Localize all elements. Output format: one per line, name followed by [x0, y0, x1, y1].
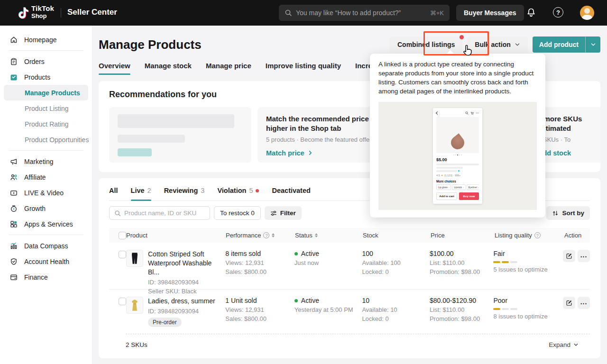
product-photo [436, 117, 479, 153]
help-icon[interactable]: ? [553, 7, 563, 18]
product-image [126, 297, 143, 314]
recommendation-meta: 5 SKUs · To [538, 136, 600, 143]
tab-manage-stock[interactable]: Manage stock [145, 62, 192, 75]
sidebar-item-product-listing[interactable]: Product Listing [0, 100, 92, 116]
product-id: ID: 398482093094 [148, 279, 220, 286]
stock-available: Available: 100 [362, 259, 430, 266]
filter-sliders-icon [270, 210, 277, 217]
edit-icon [566, 253, 572, 259]
sidebar-item-marketing[interactable]: Marketing [0, 154, 92, 169]
row-checkbox[interactable] [119, 298, 126, 305]
products-icon [9, 73, 18, 82]
product-title[interactable]: Ladies, dress, summer [148, 297, 215, 306]
skeleton-bar [118, 135, 185, 143]
status-time: Just now [294, 259, 362, 266]
row-checkbox[interactable] [119, 251, 126, 258]
views: Views: 12,931 [225, 259, 294, 266]
sort-icon[interactable] [272, 233, 275, 237]
sidebar-divider [9, 235, 83, 235]
price: $100.00 [430, 250, 494, 257]
expand-button[interactable]: Expand [549, 341, 579, 348]
affiliate-people-icon [9, 173, 18, 182]
sidebar-item-data-compass[interactable]: Data Compass [0, 238, 92, 254]
add-product-button[interactable]: Add product [533, 36, 585, 53]
top-header: TikTok Shop Seller Center ⌘+K Buyer Mess… [0, 0, 607, 26]
list-price: List: $110.00 [430, 259, 494, 266]
chip[interactable]: Lip gloss [436, 184, 451, 190]
sidebar-item-live-video[interactable]: LIVE & Video [0, 185, 92, 200]
buy-now-button: Buy now [459, 192, 479, 200]
sidebar-item-homepage[interactable]: Homepage [0, 32, 92, 47]
select-all-checkbox[interactable] [119, 232, 126, 239]
carousel-dots [436, 155, 479, 155]
search-input[interactable] [296, 9, 426, 17]
beauty-blender-image [448, 133, 467, 152]
ellipsis-icon: ... [580, 252, 588, 258]
filter-button[interactable]: Filter [265, 206, 302, 220]
more-actions-button[interactable]: ... [578, 250, 590, 262]
edit-button[interactable] [563, 250, 575, 262]
recommendation-title: 2 more SKUs estimated [538, 114, 600, 134]
sales: Sales: $800.00 [225, 268, 294, 275]
sidebar-item-growth[interactable]: Growth [0, 200, 92, 216]
sidebar-item-product-rating[interactable]: Product Rating [0, 116, 92, 132]
status-tab-violation[interactable]: Violation5 [217, 187, 259, 200]
pre-order-badge: Pre-order [148, 318, 182, 327]
violation-dot [256, 189, 259, 192]
growth-icon [9, 204, 18, 213]
add-stock-link[interactable]: Add stock [538, 149, 600, 157]
global-search[interactable]: ⌘+K [279, 5, 450, 21]
back-icon [436, 111, 439, 115]
add-product-split-button[interactable]: Add product [533, 36, 600, 53]
sidebar-item-finance[interactable]: Finance [0, 269, 92, 285]
tab-manage-price[interactable]: Manage price [206, 62, 251, 75]
tooltip-text: A linked is a product type created by co… [378, 60, 537, 96]
tab-overview[interactable]: Overview [99, 62, 130, 75]
status-tab-deactivated[interactable]: Deactivated [272, 187, 310, 200]
quality-label: Poor [493, 297, 558, 304]
help-icon[interactable]: ? [534, 232, 541, 238]
search-shortcut: ⌘+K [430, 9, 444, 17]
table-header: Product Performance ? Status Stock Price… [109, 228, 590, 243]
sidebar-item-product-opportunities[interactable]: Product Opportunities [0, 132, 92, 147]
help-icon[interactable]: ? [263, 232, 269, 238]
sidebar-item-apps-services[interactable]: Apps & Services [0, 216, 92, 232]
product-search[interactable] [109, 206, 210, 220]
more-actions-button[interactable]: ... [578, 297, 590, 309]
star-icon: ★ [441, 174, 443, 177]
items-sold: 1 Unit sold [225, 297, 294, 304]
status-tab-all[interactable]: All [109, 187, 118, 200]
product-title[interactable]: Cotton Striped Soft Waterproof Washable … [148, 250, 220, 277]
notifications-bell-icon[interactable] [525, 7, 537, 18]
to-restock-button[interactable]: To restock 0 [214, 206, 261, 220]
product-search-input[interactable] [124, 209, 205, 217]
combined-listings-button[interactable]: Combined listings [390, 36, 462, 53]
brand-line2: Shop [31, 13, 54, 19]
sort-icon[interactable] [315, 233, 318, 237]
sidebar-item-orders[interactable]: Orders [0, 54, 92, 69]
user-avatar[interactable] [580, 6, 594, 20]
buyer-messages-button[interactable]: Buyer Messages [456, 5, 524, 21]
chevron-down-icon [590, 42, 596, 47]
bulk-action-button[interactable]: Bulk action [467, 36, 527, 53]
stock-locked: Locked: 0 [362, 268, 430, 275]
status-tab-reviewing[interactable]: Reviewing3 [164, 187, 205, 200]
chip[interactable]: Lipstick [452, 184, 465, 190]
app-name: Seller Center [67, 8, 117, 17]
promotion-price: Promotion: $98.00 [430, 315, 494, 322]
add-product-dropdown-button[interactable] [585, 36, 600, 53]
sidebar-item-manage-products[interactable]: Manage Products [4, 85, 88, 100]
sidebar-item-affiliate[interactable]: Affiliate [0, 169, 92, 185]
price: $80.00-$120.90 [430, 297, 494, 304]
sidebar-item-account-health[interactable]: Account Health [0, 254, 92, 269]
linked-product-chips: Lip gloss Lipstick Eyeliner Essence [436, 184, 479, 190]
status-label: Active [301, 250, 319, 257]
sidebar-item-products[interactable]: Products [0, 69, 92, 85]
active-status-dot [294, 252, 298, 255]
tab-improve-listing-quality[interactable]: Improve listing quality [266, 62, 341, 75]
product-sku: Seller SKU: Black [148, 288, 220, 295]
status-tab-live[interactable]: Live2 [131, 187, 151, 200]
chip[interactable]: Eyeliner [467, 184, 479, 190]
edit-button[interactable] [563, 297, 575, 309]
sort-by-button[interactable]: Sort by [546, 206, 590, 220]
